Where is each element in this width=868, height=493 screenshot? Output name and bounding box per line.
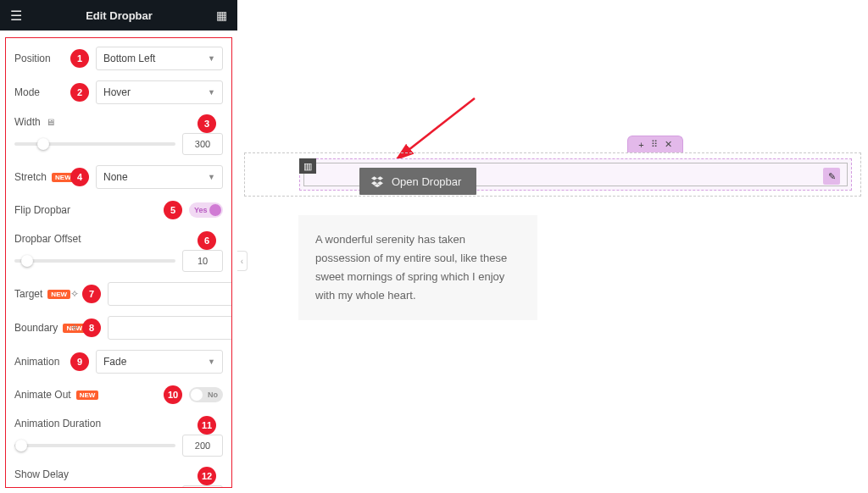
dynamic-icon[interactable]: ✧ (70, 322, 79, 334)
row-animation: Animation 9 Fade ▼ (14, 350, 223, 374)
chevron-down-icon: ▼ (208, 54, 215, 63)
toggle-flip[interactable]: Yes (189, 202, 223, 218)
slider-width[interactable] (14, 142, 175, 146)
delete-section-icon[interactable]: ✕ (665, 139, 672, 150)
collapse-sidebar-handle[interactable]: ‹ (237, 251, 248, 271)
input-target[interactable] (108, 282, 232, 306)
row-anim-duration: Animation Duration 11 200 (14, 416, 223, 457)
label-width: Width 🖥 (14, 116, 55, 128)
row-offset: Dropbar Offset 6 10 (14, 231, 223, 272)
row-flip: Flip Dropbar 5 Yes (14, 199, 223, 221)
editor-sidebar: ☰ Edit Dropbar ▦ Position 1 Bottom Left … (0, 0, 237, 493)
label-animate-out: Animate Out NEW (14, 389, 98, 401)
slider-offset[interactable] (14, 259, 175, 263)
chevron-down-icon: ▼ (208, 88, 215, 97)
select-animation[interactable]: Fade ▼ (96, 350, 223, 374)
dropbar-content-text: A wonderful serenity has taken possessio… (315, 233, 507, 302)
label-stretch: Stretch NEW (14, 171, 70, 183)
annotation-11: 11 (198, 416, 216, 435)
label-mode: Mode (14, 86, 70, 98)
row-position: Position 1 Bottom Left ▼ (14, 47, 223, 70)
slider-thumb[interactable] (21, 255, 33, 267)
section[interactable]: ▥ ✎ Open Dropbar (244, 152, 861, 197)
select-stretch[interactable]: None ▼ (96, 165, 223, 189)
input-width[interactable]: 300 (182, 133, 223, 155)
select-position[interactable]: Bottom Left ▼ (96, 47, 223, 70)
select-mode[interactable]: Hover ▼ (96, 80, 223, 104)
row-animate-out: Animate Out NEW 10 No (14, 384, 223, 406)
toggle-animate-out[interactable]: No (189, 387, 223, 402)
label-animation: Animation (14, 356, 70, 368)
toggle-knob (191, 389, 203, 401)
edit-widget-icon[interactable]: ✎ (823, 168, 840, 185)
row-stretch: Stretch NEW 4 None ▼ (14, 165, 223, 189)
widgets-grid-icon[interactable]: ▦ (216, 8, 227, 22)
chevron-down-icon: ▼ (208, 357, 215, 366)
annotation-8: 8 (82, 319, 101, 337)
annotation-1: 1 (70, 49, 89, 68)
annotation-3: 3 (198, 114, 216, 133)
label-position: Position (14, 53, 70, 64)
annotation-10: 10 (164, 385, 182, 404)
menu-icon[interactable]: ☰ (10, 8, 22, 24)
desktop-device-icon[interactable]: 🖥 (46, 117, 55, 127)
row-target: Target NEW ✧ 7 🗑 (14, 282, 223, 306)
slider-thumb[interactable] (37, 138, 49, 150)
slider-anim-duration[interactable] (14, 444, 175, 447)
dropbar-button-label: Open Dropbar (392, 175, 461, 188)
panel-title: Edit Dropbar (22, 9, 216, 22)
new-badge: NEW (76, 391, 99, 400)
input-boundary[interactable] (108, 316, 232, 340)
label-anim-duration: Animation Duration (14, 418, 101, 429)
toggle-knob (209, 204, 221, 216)
input-anim-duration[interactable]: 200 (182, 435, 223, 457)
label-boundary: Boundary NEW (14, 322, 70, 334)
sidebar-header: ☰ Edit Dropbar ▦ (0, 0, 237, 30)
row-boundary: Boundary NEW ✧ 8 🗑 (14, 316, 223, 340)
label-offset: Dropbar Offset (14, 233, 81, 245)
column-handle-icon[interactable]: ▥ (299, 158, 316, 174)
label-flip: Flip Dropbar (14, 204, 70, 216)
annotation-12: 12 (198, 467, 216, 485)
annotation-9: 9 (70, 352, 89, 371)
section-handle[interactable]: + ⠿ ✕ (627, 136, 683, 152)
label-target: Target NEW (14, 288, 70, 300)
row-mode: Mode 2 Hover ▼ (14, 80, 223, 104)
dropbar-content: A wonderful serenity has taken possessio… (298, 215, 537, 320)
annotation-4: 4 (70, 168, 89, 186)
new-badge: NEW (47, 290, 70, 299)
select-position-value: Bottom Left (103, 53, 155, 64)
preview-canvas: ‹ + ⠿ ✕ ▥ ✎ Open Dropbar (237, 0, 868, 493)
annotation-6: 6 (198, 231, 216, 250)
input-show-delay[interactable]: 0 (182, 485, 223, 488)
select-animation-value: Fade (103, 356, 126, 368)
drag-section-icon[interactable]: ⠿ (651, 139, 658, 150)
row-show-delay: Show Delay 12 0 (14, 467, 223, 488)
label-show-delay: Show Delay (14, 468, 69, 480)
settings-panel: Position 1 Bottom Left ▼ Mode 2 Hover ▼ (5, 37, 232, 488)
input-offset[interactable]: 10 (182, 250, 223, 272)
row-width: Width 🖥 3 300 (14, 114, 223, 155)
select-stretch-value: None (103, 171, 128, 183)
select-mode-value: Hover (103, 86, 131, 98)
dynamic-icon[interactable]: ✧ (70, 288, 79, 300)
annotation-5: 5 (164, 201, 182, 219)
dropbar-trigger-button[interactable]: Open Dropbar (359, 168, 476, 195)
column[interactable]: ✎ Open Dropbar (299, 158, 852, 191)
chevron-down-icon: ▼ (208, 173, 215, 181)
annotation-7: 7 (82, 285, 101, 303)
svg-line-0 (397, 98, 475, 159)
dropbox-icon (371, 175, 383, 187)
annotation-2: 2 (70, 83, 89, 102)
add-section-icon[interactable]: + (638, 140, 643, 150)
slider-thumb[interactable] (15, 440, 27, 451)
